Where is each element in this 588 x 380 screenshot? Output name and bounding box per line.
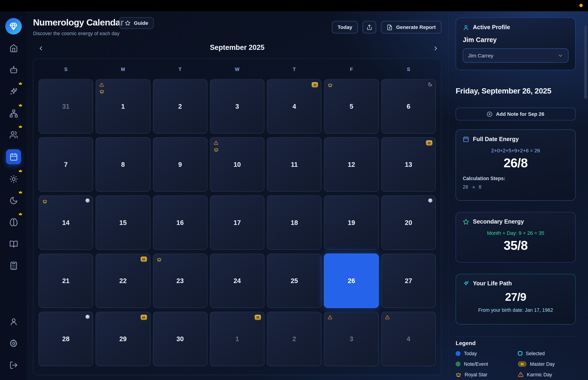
day-badges-top-right [86, 198, 90, 203]
day-cell-3-adjacent[interactable]: 3 [324, 312, 379, 366]
legend-item-today: Today [456, 350, 518, 356]
day-number: 2 [267, 335, 321, 343]
day-cell-11[interactable]: 11 [267, 137, 322, 192]
add-note-button[interactable]: Add Note for Sep 26 [456, 108, 576, 121]
day-cell-20[interactable]: 20 [381, 195, 436, 250]
royal-star-crown-icon [214, 147, 219, 152]
day-cell-29[interactable]: M29 [96, 312, 150, 366]
day-cell-14[interactable]: 14 [38, 195, 93, 250]
day-cell-15[interactable]: 15 [96, 195, 150, 250]
day-cell-19[interactable]: 19 [324, 195, 379, 250]
day-cell-10[interactable]: 10 [210, 137, 264, 192]
royal-star-crown-icon [99, 89, 104, 94]
legend-item-royal: Royal Star [456, 371, 518, 377]
calendar-icon [463, 136, 469, 142]
premium-crown-icon [18, 169, 22, 173]
day-number: 9 [153, 161, 207, 168]
day-cell-4-adjacent[interactable]: 4 [381, 312, 436, 366]
day-cell-31-adjacent[interactable]: 31 [38, 79, 93, 133]
day-cell-25[interactable]: 25 [267, 254, 322, 308]
profile-select[interactable]: Jim Carrey [463, 48, 569, 63]
premium-crown-icon [18, 103, 22, 107]
day-cell-16[interactable]: 16 [153, 195, 207, 250]
day-cell-17[interactable]: 17 [210, 195, 264, 250]
karmic-day-icon [518, 372, 523, 377]
day-cell-1[interactable]: 1 [96, 79, 150, 133]
share-button[interactable] [363, 21, 376, 33]
today-button[interactable]: Today [332, 21, 358, 33]
day-badges-top-right: M [141, 315, 147, 320]
calendar-container: SMTWTFS 31123M456789101112M1314151617181… [33, 58, 441, 375]
day-number: 15 [96, 219, 150, 227]
sparkles-icon [9, 87, 18, 96]
user-icon [463, 24, 469, 31]
day-badges-top-left [42, 199, 47, 204]
sidebar-item-home[interactable] [6, 40, 21, 55]
sidebar-item-insights[interactable] [6, 84, 21, 99]
sidebar-item-assistant[interactable] [6, 62, 21, 77]
app-logo[interactable] [5, 18, 22, 35]
day-cell-12[interactable]: 12 [324, 137, 379, 192]
sidebar-item-account[interactable] [6, 314, 21, 329]
day-cell-22[interactable]: M22 [96, 254, 150, 308]
day-number: 12 [325, 161, 378, 168]
day-cell-27[interactable]: 27 [381, 254, 436, 308]
header-actions: Today Generate Report [332, 21, 441, 33]
day-number: 24 [210, 277, 264, 285]
details-panel: Active Profile Jim Carrey Jim Carrey Fri… [449, 11, 588, 380]
royal-star-crown-icon [456, 372, 461, 377]
day-cell-7[interactable]: 7 [38, 137, 93, 192]
day-cell-8[interactable]: 8 [96, 137, 150, 192]
sidebar-item-night-energy[interactable] [6, 193, 21, 208]
day-cell-23[interactable]: 23 [153, 254, 207, 308]
sidebar-item-logout[interactable] [6, 358, 21, 372]
day-cell-21[interactable]: 21 [38, 254, 93, 308]
day-badges-top-left [99, 82, 104, 94]
sidebar-item-mind[interactable] [6, 215, 21, 229]
secondary-formula: Month + Day: 9 + 26 = 35 [463, 230, 569, 236]
panel-scrollbar[interactable] [584, 25, 587, 98]
day-cell-2[interactable]: 2 [153, 79, 207, 133]
sidebar-item-calculator[interactable] [6, 258, 21, 273]
logout-icon [9, 361, 18, 369]
record-indicator-dot [579, 4, 583, 7]
sidebar-item-calendar[interactable] [6, 149, 21, 164]
sidebar [0, 11, 27, 380]
sidebar-item-settings[interactable] [6, 336, 21, 351]
full-date-formula: 2+0+2+5+9+2+6 = 26 [463, 148, 569, 153]
day-number: 3 [325, 335, 378, 343]
sidebar-item-library[interactable] [6, 236, 21, 251]
day-cell-4[interactable]: M4 [267, 79, 322, 133]
sidebar-item-day-energy[interactable] [6, 171, 21, 186]
day-cell-2-adjacent[interactable]: 2 [267, 312, 322, 366]
day-cell-6[interactable]: 6 [381, 79, 436, 133]
life-path-heading: Your Life Path [473, 280, 512, 287]
day-number: 3 [210, 102, 264, 110]
day-number: 10 [210, 161, 264, 168]
generate-report-button[interactable]: Generate Report [381, 21, 441, 33]
next-month-button[interactable] [431, 43, 441, 53]
day-cell-28[interactable]: 28 [38, 312, 93, 366]
secondary-energy-card: Secondary Energy Month + Day: 9 + 26 = 3… [456, 212, 576, 262]
day-cell-9[interactable]: 9 [153, 137, 207, 192]
gear-icon [9, 339, 18, 348]
share-icon [366, 24, 372, 30]
day-cell-24[interactable]: 24 [210, 254, 264, 308]
day-cell-18[interactable]: 18 [267, 195, 322, 250]
sidebar-item-relationships[interactable] [6, 106, 21, 121]
day-cell-3[interactable]: 3 [210, 79, 264, 133]
day-badges-top-left [214, 141, 219, 152]
weekday-header-row: SMTWTFS [38, 66, 436, 75]
day-cell-5[interactable]: 5 [324, 79, 379, 133]
sun-icon [9, 175, 18, 183]
day-cell-13[interactable]: M13 [381, 137, 436, 192]
day-cell-1-adjacent[interactable]: M1 [210, 312, 264, 366]
guide-button[interactable]: Guide [119, 17, 154, 29]
day-cell-26[interactable]: 26 [324, 254, 379, 308]
full-moon-icon [86, 198, 90, 203]
moon-icon [428, 82, 433, 87]
day-badges-top-right: M [255, 315, 261, 320]
day-cell-30[interactable]: 30 [153, 312, 207, 366]
full-date-energy-card: Full Date Energy 2+0+2+5+9+2+6 = 26 26/8… [456, 129, 576, 201]
sidebar-item-profiles[interactable] [6, 127, 21, 142]
